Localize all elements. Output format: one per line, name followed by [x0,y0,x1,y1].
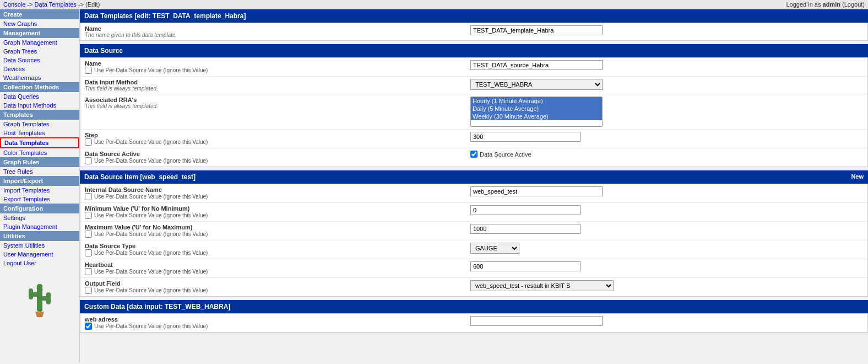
dsi-new-link[interactable]: New [851,173,864,180]
ds-active-title: Data Source Active [85,151,470,157]
ds-name-label-area: Name Use Per-Data Source Value (Ignore t… [85,60,470,74]
dsi-type-title: Data Source Type [85,243,470,249]
dsi-heartbeat-input[interactable] [470,261,581,271]
breadcrumb-console[interactable]: Console [3,1,25,8]
dsi-min-row: Minimum Value ('U' for No Minimum) Use P… [80,203,867,222]
dsi-min-title: Minimum Value ('U' for No Minimum) [85,205,470,212]
dsi-output-checkbox-label: Use Per-Data Source Value (Ignore this V… [94,287,208,293]
ds-name-checkbox[interactable] [85,67,92,74]
ds-name-control [470,60,863,70]
sidebar-item-plugin-management[interactable]: Plugin Management [0,222,79,231]
dsi-internal-name-checkbox[interactable] [85,193,92,200]
dsi-output-control: web_speed_test - resault in KBIT S [470,280,863,291]
dsi-min-checkbox[interactable] [85,212,92,219]
ds-active-checkbox-label: Use Per-Data Source Value (Ignore this V… [94,158,208,164]
ds-input-method-row: Data Input Method This field is always t… [80,77,867,94]
svg-marker-8 [35,312,44,317]
sidebar-item-new-graphs[interactable]: New Graphs [0,19,79,28]
dsi-max-control [470,224,863,234]
sidebar-item-import-templates[interactable]: Import Templates [0,186,79,195]
breadcrumb-data-templates[interactable]: Data Templates [35,1,77,8]
ds-input-method-control: TEST_WEB_HABRA [470,79,863,90]
dsi-internal-name-input[interactable] [470,186,603,196]
ds-step-row: Step Use Per-Data Source Value (Ignore t… [80,130,867,148]
ds-step-input[interactable] [470,132,581,142]
ds-rra-row: Associated RRA's This field is always te… [80,94,867,130]
sidebar-item-color-templates[interactable]: Color Templates [0,148,79,157]
template-name-desc: The name given to this data template. [85,32,470,38]
dsi-max-input[interactable] [470,224,581,234]
sidebar-item-graph-trees[interactable]: Graph Trees [0,47,79,56]
ds-active-value-label: Data Source Active [480,151,531,158]
dsi-type-select[interactable]: GAUGE COUNTER DERIVE ABSOLUTE [470,243,519,254]
custom-web-input[interactable] [470,316,603,326]
sidebar-item-data-sources[interactable]: Data Sources [0,56,79,65]
ds-active-value-checkbox[interactable] [470,151,478,158]
dsi-min-input[interactable] [470,205,581,215]
dsi-type-control: GAUGE COUNTER DERIVE ABSOLUTE [470,243,863,254]
data-source-section-header: Data Source [80,44,868,57]
sidebar-item-data-templates[interactable]: Data Templates [0,137,79,148]
dsi-max-checkbox[interactable] [85,231,92,238]
ds-active-checkbox[interactable] [85,157,92,164]
dsi-heartbeat-checkbox-label: Use Per-Data Source Value (Ignore this V… [94,269,208,275]
sidebar-item-export-templates[interactable]: Export Templates [0,195,79,204]
dsi-max-label-area: Maximum Value ('U' for No Maximum) Use P… [85,224,470,238]
dsi-output-title: Output Field [85,280,470,287]
dsi-heartbeat-checkbox[interactable] [85,268,92,275]
dsi-heartbeat-label-area: Heartbeat Use Per-Data Source Value (Ign… [85,261,470,275]
sidebar-item-graph-management[interactable]: Graph Management [0,38,79,47]
sidebar-item-system-utilities[interactable]: System Utilities [0,241,79,250]
ds-name-input[interactable] [470,60,603,70]
sidebar-item-logout-user[interactable]: Logout User [0,259,79,267]
ds-rra-title: Associated RRA's [85,97,470,103]
template-name-input[interactable] [470,25,603,35]
dsi-output-label-area: Output Field Use Per-Data Source Value (… [85,280,470,294]
dsi-type-row: Data Source Type Use Per-Data Source Val… [80,240,867,259]
sidebar-item-graph-templates[interactable]: Graph Templates [0,120,79,129]
dsi-type-checkbox[interactable] [85,249,92,256]
logout-link[interactable]: Logout [844,1,863,8]
sidebar-item-devices[interactable]: Devices [0,65,79,73]
ds-input-method-select[interactable]: TEST_WEB_HABRA [470,79,603,90]
ds-active-label-area: Data Source Active Use Per-Data Source V… [85,151,470,164]
custom-web-checkbox[interactable] [85,323,92,330]
dsi-heartbeat-row: Heartbeat Use Per-Data Source Value (Ign… [80,259,867,278]
sidebar-item-data-input-methods[interactable]: Data Input Methods [0,101,79,110]
ds-rra-listbox[interactable]: Hourly (1 Minute Average) Daily (5 Minut… [470,97,603,127]
sidebar-item-settings[interactable]: Settings [0,213,79,222]
sidebar-header-import: Import/Export [0,176,79,186]
dsi-min-control [470,205,863,215]
topbar: Console -> Data Templates -> (Edit) Logg… [0,0,868,9]
dsi-min-checkbox-label: Use Per-Data Source Value (Ignore this V… [94,212,208,218]
sidebar: Create New Graphs Management Graph Manag… [0,9,80,362]
ds-step-control [470,132,863,142]
ds-rra-control: Hourly (1 Minute Average) Daily (5 Minut… [470,97,863,127]
sidebar-header-create: Create [0,9,79,19]
dsi-output-select[interactable]: web_speed_test - resault in KBIT S [470,280,614,291]
sidebar-header-collection: Collection Methods [0,82,79,92]
ds-input-method-label-area: Data Input Method This field is always t… [85,79,470,92]
main-content: Data Templates [edit: TEST_DATA_template… [80,9,868,362]
sidebar-header-graph-rules: Graph Rules [0,157,79,167]
svg-rect-2 [29,288,33,299]
ds-active-row: Data Source Active Use Per-Data Source V… [80,148,867,167]
dsi-max-title: Maximum Value ('U' for No Maximum) [85,224,470,231]
ds-step-checkbox[interactable] [85,138,92,146]
sidebar-item-tree-rules[interactable]: Tree Rules [0,167,79,176]
template-name-title: Name [85,25,470,32]
breadcrumb: Console -> Data Templates -> (Edit) [3,1,100,8]
sidebar-item-user-management[interactable]: User Management [0,250,79,259]
ds-name-checkbox-label: Use Per-Data Source Value (Ignore this V… [94,67,208,73]
dsi-internal-name-label-area: Internal Data Source Name Use Per-Data S… [85,186,470,200]
sidebar-item-data-queries[interactable]: Data Queries [0,92,79,101]
dsi-output-checkbox[interactable] [85,287,92,294]
dsi-internal-name-row: Internal Data Source Name Use Per-Data S… [80,184,867,203]
dsi-section: Internal Data Source Name Use Per-Data S… [80,184,868,297]
data-source-section: Name Use Per-Data Source Value (Ignore t… [80,57,868,167]
ds-name-title: Name [85,60,470,67]
sidebar-item-host-templates[interactable]: Host Templates [0,129,79,137]
sidebar-item-weathermaps[interactable]: Weathermaps [0,73,79,82]
sidebar-header-templates: Templates [0,110,79,120]
custom-data-section-header: Custom Data [data input: TEST_WEB_HABRA] [80,300,868,313]
